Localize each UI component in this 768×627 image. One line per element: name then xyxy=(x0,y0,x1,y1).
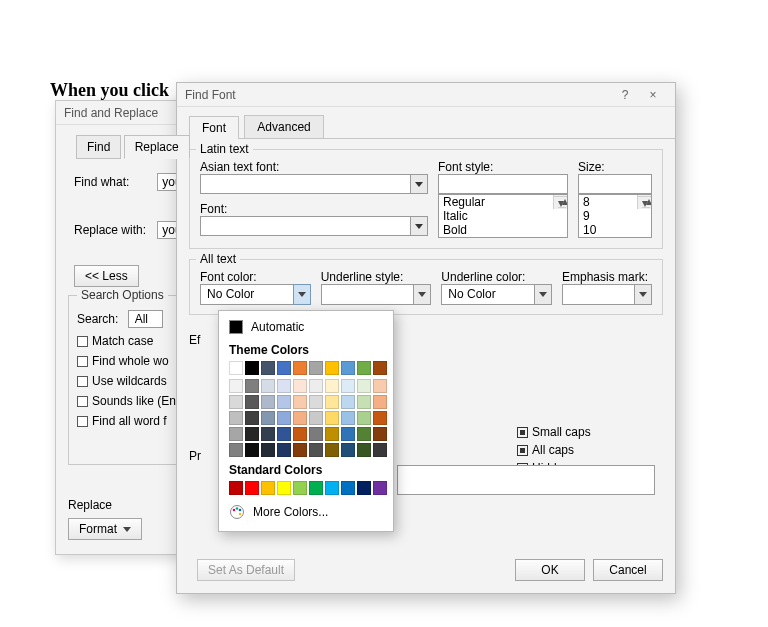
color-swatch[interactable] xyxy=(357,395,371,409)
ok-button[interactable]: OK xyxy=(515,559,585,581)
color-swatch[interactable] xyxy=(357,379,371,393)
color-swatch[interactable] xyxy=(373,395,387,409)
format-button[interactable]: Format xyxy=(68,518,142,540)
tab-find[interactable]: Find xyxy=(76,135,121,159)
list-item[interactable]: Bold xyxy=(439,223,567,237)
asian-text-font-input[interactable] xyxy=(200,174,410,194)
color-swatch[interactable] xyxy=(325,361,339,375)
color-swatch[interactable] xyxy=(373,411,387,425)
color-swatch[interactable] xyxy=(341,395,355,409)
color-swatch[interactable] xyxy=(309,395,323,409)
color-swatch[interactable] xyxy=(293,427,307,441)
color-swatch[interactable] xyxy=(293,481,307,495)
color-swatch[interactable] xyxy=(309,361,323,375)
word-forms-checkbox[interactable] xyxy=(77,416,88,427)
color-swatch[interactable] xyxy=(261,443,275,457)
color-swatch[interactable] xyxy=(373,427,387,441)
chevron-down-icon[interactable] xyxy=(634,284,652,305)
color-swatch[interactable] xyxy=(245,443,259,457)
color-swatch[interactable] xyxy=(309,481,323,495)
small-caps-checkbox[interactable] xyxy=(517,427,528,438)
color-swatch[interactable] xyxy=(309,379,323,393)
color-swatch[interactable] xyxy=(341,443,355,457)
color-swatch[interactable] xyxy=(341,411,355,425)
scrollbar[interactable]: ▴▾ xyxy=(637,195,651,209)
more-colors-item[interactable]: More Colors... xyxy=(227,501,385,523)
close-button[interactable]: × xyxy=(639,83,667,107)
color-swatch[interactable] xyxy=(277,427,291,441)
all-caps-checkbox[interactable] xyxy=(517,445,528,456)
color-swatch[interactable] xyxy=(245,379,259,393)
color-swatch[interactable] xyxy=(325,481,339,495)
color-swatch[interactable] xyxy=(277,481,291,495)
color-swatch[interactable] xyxy=(341,379,355,393)
color-swatch[interactable] xyxy=(309,443,323,457)
color-swatch[interactable] xyxy=(229,361,243,375)
color-swatch[interactable] xyxy=(277,411,291,425)
cancel-button[interactable]: Cancel xyxy=(593,559,663,581)
underline-style-dropdown[interactable] xyxy=(321,284,432,305)
match-case-checkbox[interactable] xyxy=(77,336,88,347)
color-swatch[interactable] xyxy=(357,361,371,375)
less-button[interactable]: << Less xyxy=(74,265,139,287)
chevron-down-icon[interactable] xyxy=(413,284,431,305)
color-swatch[interactable] xyxy=(261,379,275,393)
color-swatch[interactable] xyxy=(261,427,275,441)
color-swatch[interactable] xyxy=(293,411,307,425)
size-list[interactable]: 8 9 10 ▴▾ xyxy=(578,194,652,238)
color-swatch[interactable] xyxy=(325,395,339,409)
chevron-down-icon[interactable] xyxy=(534,284,552,305)
color-swatch[interactable] xyxy=(261,361,275,375)
color-swatch[interactable] xyxy=(373,379,387,393)
color-swatch[interactable] xyxy=(357,481,371,495)
underline-color-dropdown[interactable]: No Color xyxy=(441,284,552,305)
color-swatch[interactable] xyxy=(325,379,339,393)
color-swatch[interactable] xyxy=(261,395,275,409)
wildcards-checkbox[interactable] xyxy=(77,376,88,387)
color-swatch[interactable] xyxy=(325,411,339,425)
automatic-color-item[interactable]: Automatic xyxy=(227,317,385,337)
emphasis-mark-dropdown[interactable] xyxy=(562,284,652,305)
color-swatch[interactable] xyxy=(245,411,259,425)
color-swatch[interactable] xyxy=(229,427,243,441)
size-input[interactable] xyxy=(578,174,652,194)
list-item[interactable]: 10 xyxy=(579,223,651,237)
font-input[interactable] xyxy=(200,216,410,236)
color-swatch[interactable] xyxy=(373,361,387,375)
color-swatch[interactable] xyxy=(293,395,307,409)
list-item[interactable]: 9 xyxy=(579,209,651,223)
color-swatch[interactable] xyxy=(229,411,243,425)
tab-font[interactable]: Font xyxy=(189,116,239,139)
font-style-list[interactable]: Regular Italic Bold ▴▾ xyxy=(438,194,568,238)
search-direction-dropdown[interactable]: All xyxy=(128,310,163,328)
tab-advanced[interactable]: Advanced xyxy=(244,115,323,138)
color-swatch[interactable] xyxy=(373,481,387,495)
color-swatch[interactable] xyxy=(293,443,307,457)
color-swatch[interactable] xyxy=(341,481,355,495)
font-color-dropdown[interactable]: No Color xyxy=(200,284,311,305)
color-swatch[interactable] xyxy=(309,411,323,425)
list-item[interactable]: Italic xyxy=(439,209,567,223)
color-swatch[interactable] xyxy=(245,361,259,375)
color-swatch[interactable] xyxy=(229,481,243,495)
color-swatch[interactable] xyxy=(229,379,243,393)
scrollbar[interactable]: ▴▾ xyxy=(553,195,567,209)
color-swatch[interactable] xyxy=(261,481,275,495)
color-swatch[interactable] xyxy=(277,379,291,393)
color-swatch[interactable] xyxy=(341,361,355,375)
color-swatch[interactable] xyxy=(357,427,371,441)
color-swatch[interactable] xyxy=(261,411,275,425)
color-swatch[interactable] xyxy=(325,427,339,441)
font-combo[interactable] xyxy=(200,216,428,236)
color-swatch[interactable] xyxy=(277,443,291,457)
tab-replace[interactable]: Replace xyxy=(124,135,190,159)
color-swatch[interactable] xyxy=(293,379,307,393)
asian-text-font-combo[interactable] xyxy=(200,174,428,194)
font-style-input[interactable] xyxy=(438,174,568,194)
color-swatch[interactable] xyxy=(293,361,307,375)
color-swatch[interactable] xyxy=(229,443,243,457)
color-swatch[interactable] xyxy=(325,443,339,457)
color-swatch[interactable] xyxy=(373,443,387,457)
color-swatch[interactable] xyxy=(357,411,371,425)
list-item[interactable]: Regular xyxy=(439,195,567,209)
